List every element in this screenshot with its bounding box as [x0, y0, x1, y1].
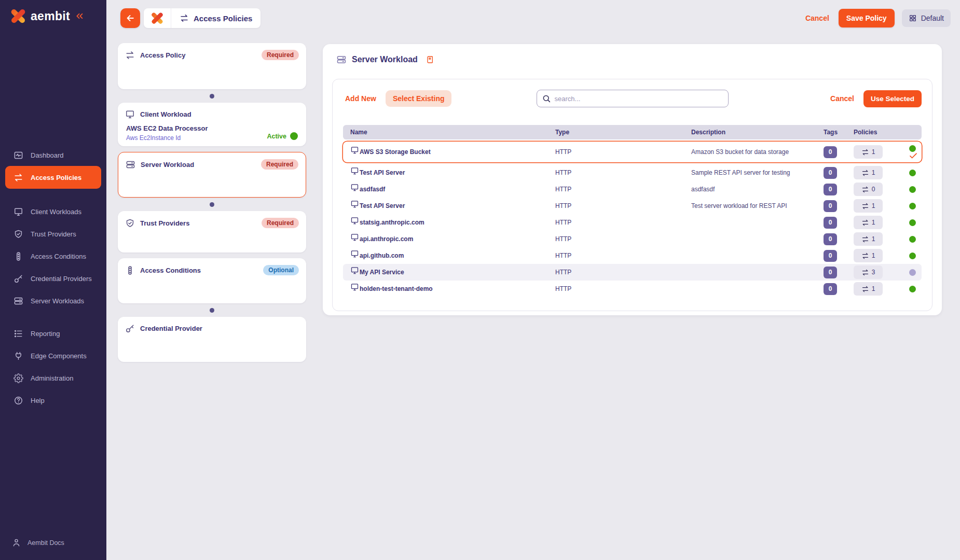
sidebar-item-access-policies[interactable]: Access Policies: [5, 166, 101, 189]
workload-name: asdfasdf: [360, 186, 385, 193]
flow-card-title: Credential Provider: [140, 325, 202, 332]
policies-count-badge: 0: [854, 183, 883, 196]
flow-card-access-conditions[interactable]: Access Conditions Optional: [118, 258, 306, 303]
transfer-icon: [125, 50, 135, 60]
brand-logo: aembit: [0, 0, 106, 24]
sidebar-item-reporting[interactable]: Reporting: [5, 324, 101, 343]
sidebar-item-help[interactable]: Help: [5, 390, 101, 410]
workload-name: api.github.com: [360, 252, 404, 259]
use-selected-button[interactable]: Use Selected: [863, 90, 922, 107]
sidebar-item-dashboard[interactable]: Dashboard: [5, 145, 101, 165]
status-dot: [909, 170, 916, 176]
flow-card-client-workload[interactable]: Client Workload AWS EC2 Data ProcessorAw…: [118, 103, 306, 146]
server-workload-panel: Server Workload Add New Select Existing …: [323, 44, 942, 315]
sidebar-nav: Dashboard Access Policies Client Workloa…: [0, 145, 106, 413]
monitor-icon: [350, 233, 359, 242]
status-dot: [909, 286, 916, 292]
save-policy-button[interactable]: Save Policy: [839, 9, 895, 27]
grid-icon: [909, 14, 917, 22]
sidebar-collapse-icon[interactable]: [74, 11, 85, 21]
default-layout-button[interactable]: Default: [902, 9, 951, 27]
default-label: Default: [921, 14, 944, 22]
workload-type: HTTP: [555, 148, 691, 156]
sidebar-item-credential-providers[interactable]: Credential Providers: [5, 269, 101, 288]
flow-card-credential-provider[interactable]: Credential Provider: [118, 317, 306, 362]
sidebar-item-server-workloads[interactable]: Server Workloads: [5, 291, 101, 311]
table-row[interactable]: holden-test-tenant-demo HTTP 0 1: [343, 281, 922, 297]
status-dot: [290, 132, 298, 140]
transfer-icon: [861, 269, 869, 276]
cancel-button[interactable]: Cancel: [803, 14, 831, 22]
flow-connector: [118, 89, 306, 103]
table-row[interactable]: statsig.anthropic.com HTTP 0 1: [343, 214, 922, 231]
workload-description: Test server workload for REST API: [691, 202, 824, 209]
shield-icon: [13, 229, 23, 239]
status-dot: [909, 203, 916, 209]
help-icon: [13, 396, 23, 405]
sidebar-item-edge-components[interactable]: Edge Components: [5, 346, 101, 366]
cancel-selection-button[interactable]: Cancel: [829, 94, 855, 103]
status-dot: [909, 219, 916, 226]
select-existing-panel: Add New Select Existing Cancel Use Selec…: [332, 79, 932, 311]
table-row[interactable]: AWS S3 Storage Bucket HTTP Amazon S3 buc…: [343, 142, 922, 162]
sidebar: aembit Dashboard Access Policies Client …: [0, 0, 106, 560]
transfer-icon: [861, 235, 869, 243]
transfer-icon: [861, 219, 869, 227]
workload-name: Test API Server: [360, 169, 405, 176]
tags-count-badge: 0: [824, 167, 837, 179]
back-button[interactable]: [120, 8, 140, 28]
sidebar-item-client-workloads[interactable]: Client Workloads: [5, 202, 101, 221]
transfer-icon: [180, 13, 189, 23]
policies-count-badge: 1: [854, 249, 883, 262]
column-header-type: Type: [555, 129, 691, 136]
sidebar-docs-link[interactable]: Aembit Docs: [11, 538, 64, 548]
monitor-icon: [350, 216, 359, 225]
workload-name: holden-test-tenant-demo: [360, 285, 433, 292]
flow-card-access-policy[interactable]: Access Policy Required: [118, 43, 306, 89]
dashboard-icon: [13, 150, 23, 160]
add-new-tab[interactable]: Add New: [343, 94, 378, 103]
workload-type: HTTP: [555, 252, 691, 259]
status-dot: [909, 145, 916, 152]
docs-book-icon[interactable]: [426, 55, 434, 64]
flow-card-trust-providers[interactable]: Trust Providers Required: [118, 211, 306, 253]
workload-type: HTTP: [555, 219, 691, 226]
workload-name: api.anthropic.com: [360, 235, 413, 243]
requirement-badge: Required: [261, 159, 298, 170]
workload-type: HTTP: [555, 235, 691, 243]
table-row[interactable]: api.github.com HTTP 0 1: [343, 247, 922, 264]
workload-type: HTTP: [555, 202, 691, 209]
flow-card-title: Trust Providers: [140, 219, 189, 227]
tags-count-badge: 0: [824, 217, 837, 229]
table-row[interactable]: Test API Server HTTP Test server workloa…: [343, 198, 922, 214]
table-row[interactable]: asdfasdf HTTP asdfasdf 0 0: [343, 181, 922, 198]
status-dot: [909, 186, 916, 193]
requirement-badge: Required: [262, 218, 299, 228]
flow-card-title: Access Conditions: [140, 267, 201, 274]
sidebar-item-administration[interactable]: Administration: [5, 368, 101, 388]
sidebar-item-access-conditions[interactable]: Access Conditions: [5, 246, 101, 266]
aembit-x-logo-icon: [144, 10, 171, 26]
search-input[interactable]: [537, 90, 729, 107]
panel-title: Server Workload: [352, 55, 418, 64]
status-dot: [909, 253, 916, 259]
tags-count-badge: 0: [824, 250, 837, 262]
shield-icon: [125, 218, 135, 228]
transfer-icon: [861, 202, 869, 210]
gear-icon: [13, 373, 23, 383]
flow-card-title: Client Workload: [140, 110, 191, 118]
transfer-icon: [861, 285, 869, 293]
table-row[interactable]: api.anthropic.com HTTP 0 1: [343, 231, 922, 247]
table-row[interactable]: My API Service HTTP 0 3: [343, 264, 922, 281]
policies-count-badge: 3: [854, 265, 883, 279]
server-icon: [13, 296, 23, 306]
table-row[interactable]: Test API Server HTTP Sample REST API ser…: [343, 164, 922, 181]
status-label: Active: [267, 133, 286, 140]
flow-connector: [118, 303, 306, 317]
workload-type: HTTP: [555, 186, 691, 193]
sidebar-item-trust-providers[interactable]: Trust Providers: [5, 224, 101, 244]
transfer-icon: [861, 169, 869, 177]
tags-count-badge: 0: [824, 184, 837, 195]
select-existing-tab[interactable]: Select Existing: [386, 90, 452, 107]
flow-card-server-workload[interactable]: Server Workload Required: [118, 152, 306, 198]
